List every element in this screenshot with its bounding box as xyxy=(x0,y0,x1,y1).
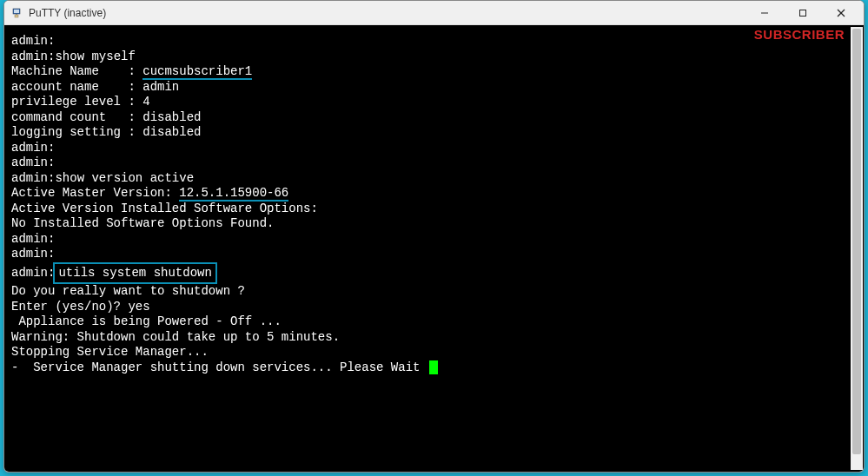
wait-line: - Service Manager shutting down services… xyxy=(11,360,857,376)
highlighted-command: utils system shutdown xyxy=(53,262,216,285)
cmd-show-myself: admin:show myself xyxy=(11,50,857,65)
terminal-area[interactable]: SUBSCRIBER admin: admin:show myself Mach… xyxy=(4,25,864,472)
titlebar[interactable]: PuTTY (inactive) xyxy=(4,1,864,25)
cmd-show-version: admin:show version active xyxy=(11,171,857,187)
maximize-button[interactable] xyxy=(784,3,822,23)
prompt-line: admin: xyxy=(11,155,857,171)
poweroff-line: Appliance is being Powered - Off ... xyxy=(11,314,857,330)
machine-name-line: Machine Name : cucmsubscriber1 xyxy=(11,64,857,80)
close-icon xyxy=(837,9,845,17)
account-name-line: account name : admin xyxy=(11,80,857,96)
logging-setting-line: logging setting : disabled xyxy=(11,125,857,141)
stopping-line: Stopping Service Manager... xyxy=(11,345,857,360)
minimize-button[interactable] xyxy=(745,3,784,23)
prompt-line: admin: xyxy=(11,34,857,50)
putty-window: PuTTY (inactive) SUBSCRIBER a xyxy=(3,0,865,473)
terminal-cursor xyxy=(429,360,438,374)
close-button[interactable] xyxy=(822,3,860,23)
subscriber-label: SUBSCRIBER xyxy=(754,27,845,43)
machine-name-value: cucmsubscriber1 xyxy=(142,64,252,80)
installed-options-header: Active Version Installed Software Option… xyxy=(11,202,857,217)
svg-rect-2 xyxy=(15,15,18,17)
scrollbar-thumb[interactable] xyxy=(852,29,861,454)
installed-options-none: No Installed Software Options Found. xyxy=(11,216,857,232)
prompt-line: admin: xyxy=(11,232,857,248)
active-version-line: Active Master Version: 12.5.1.15900-66 xyxy=(11,186,857,202)
putty-icon xyxy=(10,6,23,20)
prompt-line: admin: xyxy=(11,141,857,156)
confirm-answer: Enter (yes/no)? yes xyxy=(11,300,857,315)
prompt-line: admin: xyxy=(11,247,857,262)
warning-line: Warning: Shutdown could take up to 5 min… xyxy=(11,330,857,346)
confirm-question: Do you really want to shutdown ? xyxy=(11,284,857,300)
svg-rect-1 xyxy=(14,10,19,13)
privilege-level-line: privilege level : 4 xyxy=(11,95,857,110)
window-title: PuTTY (inactive) xyxy=(29,7,106,19)
version-value: 12.5.1.15900-66 xyxy=(179,186,288,202)
maximize-icon xyxy=(798,9,807,17)
svg-rect-5 xyxy=(800,10,806,16)
minimize-icon xyxy=(760,9,769,17)
window-controls xyxy=(745,3,860,23)
cmd-shutdown: admin:utils system shutdown xyxy=(11,262,857,285)
vertical-scrollbar[interactable] xyxy=(851,27,863,470)
command-count-line: command count : disabled xyxy=(11,110,857,126)
